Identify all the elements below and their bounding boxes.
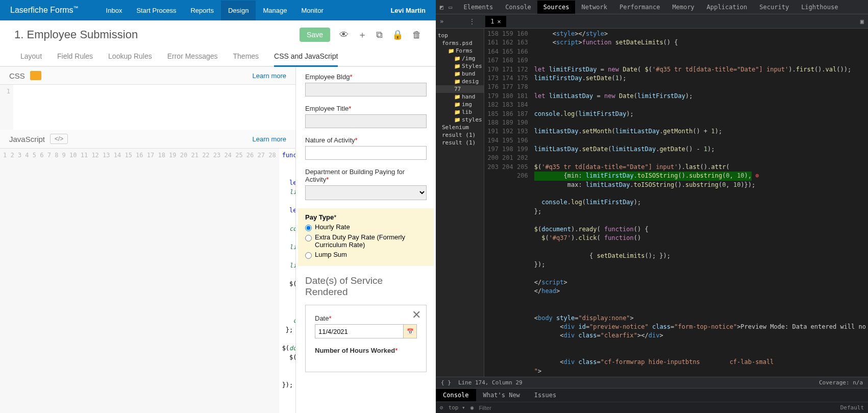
tree-node[interactable]: forms.psd — [436, 39, 484, 47]
css-label: CSS — [9, 71, 25, 80]
nav-manage[interactable]: Manage — [256, 1, 294, 20]
label-title: Employee Title* — [305, 105, 427, 112]
open-file-tab[interactable]: 1✕ — [485, 16, 506, 27]
label-paytype: Pay Type* — [305, 213, 336, 221]
tree-node[interactable]: result (1) — [436, 131, 484, 139]
fullscreen-icon[interactable]: ▣ — [860, 18, 864, 25]
subtab-css-and-javascript[interactable]: CSS and JavaScript — [274, 52, 338, 67]
devtools-tab-lighthouse[interactable]: Lighthouse — [795, 1, 844, 14]
cursor-position: Line 174, Column 29 — [458, 379, 523, 386]
add-icon[interactable]: ＋ — [358, 29, 367, 41]
tree-node[interactable]: img — [436, 101, 484, 108]
css-gutter: 1 — [0, 85, 13, 130]
date-card: ✕ Date* 📅 Number of Hours Worked* — [305, 305, 427, 372]
brackets-icon[interactable]: { } — [441, 379, 451, 386]
label-hours: Number of Hours Worked* — [315, 347, 417, 354]
tree-node[interactable]: /img — [436, 55, 484, 62]
paytype-radio[interactable] — [305, 235, 312, 241]
subtab-lookup-rules[interactable]: Lookup Rules — [108, 52, 152, 66]
tree-node[interactable]: bund — [436, 70, 484, 78]
tree-node[interactable]: 77 — [436, 85, 484, 93]
tree-node[interactable]: result (1) — [436, 139, 484, 147]
nav-inbox[interactable]: Inbox — [99, 1, 130, 20]
eye-icon[interactable]: ◉ — [470, 404, 474, 411]
tree-node[interactable]: styles — [436, 116, 484, 124]
devtools-tab-sources[interactable]: Sources — [537, 1, 576, 14]
tree-node[interactable]: top — [436, 32, 484, 39]
label-date: Date* — [315, 314, 417, 322]
devtools-tab-security[interactable]: Security — [753, 1, 795, 14]
devtools-tab-application[interactable]: Application — [701, 1, 753, 14]
nav-reports[interactable]: Reports — [183, 1, 221, 20]
dates-section-header: Date(s) of Service Rendered — [305, 275, 427, 298]
devtools-tab-console[interactable]: Console — [499, 1, 537, 14]
paytype-option[interactable]: Lump Sum — [305, 251, 427, 259]
kebab-icon[interactable]: ⋮ — [469, 18, 475, 25]
coverage-status: Coverage: n/a — [819, 379, 863, 386]
calendar-icon[interactable]: 📅 — [404, 324, 417, 338]
chevron-right-icon[interactable]: » — [440, 18, 443, 25]
css-editor[interactable] — [13, 85, 295, 130]
date-card-close-icon[interactable]: ✕ — [412, 308, 421, 322]
input-nature[interactable] — [305, 146, 427, 160]
paytype-option[interactable]: Extra Duty Pay Rate (Formerly Curriculum… — [305, 233, 427, 249]
clear-console-icon[interactable]: ⊘ — [440, 404, 443, 411]
subtab-field-rules[interactable]: Field Rules — [57, 52, 93, 66]
devtools-subbar: » ⋮ 1✕ ▣ — [436, 14, 868, 29]
tree-node[interactable]: Selenium — [436, 124, 484, 131]
nav-start-process[interactable]: Start Process — [129, 1, 183, 20]
nav-monitor[interactable]: Monitor — [294, 1, 330, 20]
css-panel: CSS Learn more 1 — [0, 67, 295, 130]
js-panel: JavaScript </> Learn more 1 2 3 4 5 6 7 … — [0, 130, 295, 413]
tree-node[interactable]: Styles — [436, 62, 484, 70]
paytype-radio[interactable] — [305, 252, 312, 259]
devtools-code[interactable]: <style></style> <script>function setDate… — [532, 29, 868, 377]
console-tab-console[interactable]: Console — [436, 389, 476, 401]
device-icon[interactable]: ▭ — [449, 4, 452, 11]
save-button[interactable]: Save — [300, 28, 330, 42]
tree-node[interactable]: Forms — [436, 47, 484, 55]
devtools-tab-performance[interactable]: Performance — [613, 1, 666, 14]
nav-design[interactable]: Design — [221, 1, 256, 20]
top-nav: Laserfiche Forms™ InboxStart ProcessRepo… — [0, 0, 436, 20]
editor-preview-row: CSS Learn more 1 JavaScript </> Learn mo… — [0, 67, 436, 413]
devtools-tab-memory[interactable]: Memory — [666, 1, 700, 14]
lock-icon[interactable]: 🔒 — [392, 29, 403, 40]
current-user[interactable]: Levi Martin — [390, 7, 426, 14]
paytype-option-label: Lump Sum — [315, 251, 347, 258]
paytype-option-label: Hourly Rate — [315, 223, 350, 231]
css-learn-more[interactable]: Learn more — [253, 72, 286, 80]
devtools-tabs: ◩ ▭ ElementsConsoleSourcesNetworkPerform… — [436, 0, 868, 14]
select-dept[interactable] — [305, 185, 427, 200]
inspect-icon[interactable]: ◩ — [440, 4, 443, 11]
preview-icon[interactable]: 👁 — [339, 30, 349, 40]
input-title — [305, 114, 427, 128]
form-preview: Employee Bldg* Employee Title* Nature of… — [296, 67, 436, 413]
tree-node[interactable]: lib — [436, 108, 484, 116]
close-tab-icon[interactable]: ✕ — [497, 18, 501, 25]
js-label: JavaScript — [9, 135, 45, 143]
devtools-tab-elements[interactable]: Elements — [457, 1, 499, 14]
js-gutter: 1 2 3 4 5 6 7 8 9 10 11 12 13 14 15 16 1… — [0, 149, 279, 413]
subtab-layout[interactable]: Layout — [20, 52, 42, 66]
tree-node[interactable]: desig — [436, 78, 484, 85]
console-tab-what-s-new[interactable]: What's New — [476, 389, 527, 401]
log-levels[interactable]: Default — [840, 404, 864, 411]
input-date[interactable] — [315, 324, 404, 338]
file-tree[interactable]: topforms.psdForms/imgStylesbunddesig77ha… — [436, 29, 484, 377]
subtab-themes[interactable]: Themes — [233, 52, 259, 66]
js-editor[interactable]: function setDateLimits() { let limitFirs… — [279, 149, 295, 413]
console-filter-input[interactable] — [479, 405, 519, 411]
tree-node[interactable]: hand — [436, 93, 484, 101]
devtools-console-drawer: ConsoleWhat's NewIssues ⊘ top ▾ ◉ Defaul… — [436, 388, 868, 413]
paytype-option[interactable]: Hourly Rate — [305, 223, 427, 231]
paytype-radio[interactable] — [305, 225, 312, 231]
devtools-source[interactable]: 158 159 160 161 162 163 164 165 166 167 … — [484, 29, 868, 377]
delete-icon[interactable]: 🗑 — [412, 30, 421, 40]
scope-selector[interactable]: top ▾ — [449, 404, 465, 411]
subtab-error-messages[interactable]: Error Messages — [167, 52, 218, 66]
copy-icon[interactable]: ⧉ — [376, 30, 383, 40]
js-learn-more[interactable]: Learn more — [253, 135, 286, 143]
console-tab-issues[interactable]: Issues — [527, 389, 563, 401]
devtools-tab-network[interactable]: Network — [575, 1, 613, 14]
